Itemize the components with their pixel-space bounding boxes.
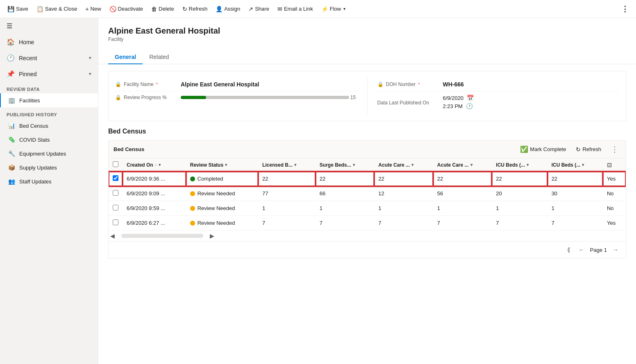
- toolbar-more-button[interactable]: ⋮: [617, 2, 633, 16]
- row-checkbox-1[interactable]: [113, 190, 118, 196]
- table-horizontal-scrollbar[interactable]: [121, 234, 203, 238]
- review-progress-field: 🔒 Review Progress % 15: [115, 91, 357, 104]
- row-licensed-beds-1: 77: [258, 186, 316, 201]
- progress-bar-background: [181, 96, 349, 99]
- table-header-icu-beds-1[interactable]: ICU Beds (... ▾: [492, 158, 547, 172]
- bed-census-icon: 📊: [8, 122, 15, 129]
- page-prev-button[interactable]: ←: [576, 245, 587, 255]
- table-header-surge-beds[interactable]: Surge Beds... ▾: [316, 158, 374, 172]
- assign-button[interactable]: 👤 Assign: [211, 3, 244, 15]
- sidebar-item-staff-updates[interactable]: 👥 Staff Updates: [0, 174, 98, 188]
- sidebar-item-bed-census[interactable]: 📊 Bed Census: [0, 119, 98, 133]
- row-icu-beds-2-1: 30: [547, 186, 603, 201]
- flow-icon: ⚡: [321, 6, 328, 12]
- scroll-right-arrow[interactable]: ▶: [208, 233, 216, 239]
- table-header-created-on[interactable]: Created On ↓ ▾: [123, 158, 186, 172]
- review-data-section-label: Review Data: [0, 82, 98, 93]
- tab-related[interactable]: Related: [143, 50, 175, 64]
- row-acute-care-1-0: 22: [374, 172, 433, 186]
- table-row[interactable]: 6/9/2020 8:59 ... Review Needed 111111No: [109, 201, 626, 216]
- refresh-button[interactable]: ↻ Refresh: [178, 3, 212, 15]
- calendar-icon[interactable]: 📅: [467, 95, 474, 101]
- save-icon: 💾: [7, 6, 14, 12]
- mark-complete-button[interactable]: ✅ Mark Complete: [518, 144, 568, 155]
- row-acute-care-2-2: 1: [433, 201, 492, 216]
- row-licensed-beds-3: 7: [258, 216, 316, 231]
- save-close-button[interactable]: 📋 Save & Close: [32, 3, 82, 15]
- row-check-2[interactable]: [109, 201, 123, 216]
- published-history-section-label: Published History: [0, 107, 98, 119]
- row-acute-care-1-1: 12: [374, 186, 433, 201]
- table-header-acute-care-1[interactable]: Acute Care ... ▾: [374, 158, 433, 172]
- row-review-status-3: Review Needed: [186, 216, 258, 231]
- page-first-button[interactable]: ⟪: [565, 245, 573, 255]
- new-button[interactable]: + New: [81, 3, 105, 15]
- bed-census-subtitle: Bed Census: [114, 146, 518, 152]
- sidebar-item-facilities[interactable]: 🏢 Facilities: [0, 93, 98, 107]
- bed-census-refresh-button[interactable]: ↻ Refresh: [573, 145, 604, 154]
- published-date-field: Data Last Published On 6/9/2020 📅 2:23 P…: [377, 91, 620, 114]
- select-all-checkbox[interactable]: [113, 161, 118, 167]
- lock-icon-doh: 🔒: [377, 81, 384, 87]
- row-checkbox-3[interactable]: [113, 219, 118, 225]
- save-button[interactable]: 💾 Save: [3, 3, 32, 15]
- table-scroll-container: Created On ↓ ▾ Review Status ▾: [109, 158, 626, 231]
- row-surge-beds-3: 7: [316, 216, 374, 231]
- table-row[interactable]: 6/9/2020 9:09 ... Review Needed 77661256…: [109, 186, 626, 201]
- chevron-icon-acute-care-2: ▾: [470, 163, 472, 167]
- doh-number-value[interactable]: WH-666: [443, 81, 620, 88]
- save-close-icon: 📋: [36, 6, 43, 12]
- chevron-icon-licensed-beds: ▾: [294, 163, 296, 167]
- deactivate-button[interactable]: 🚫 Deactivate: [105, 3, 147, 15]
- content-area: Alpine East General Hospital Facility Ge…: [98, 18, 636, 364]
- flow-button[interactable]: ⚡ Flow ▾: [317, 3, 350, 15]
- row-checkbox-0[interactable]: [113, 175, 118, 181]
- required-star-facility: *: [156, 82, 158, 87]
- row-surge-beds-1: 66: [316, 186, 374, 201]
- supply-icon: 📦: [8, 164, 15, 171]
- sidebar-item-covid-stats[interactable]: 🦠 COVID Stats: [0, 133, 98, 147]
- table-row[interactable]: 6/9/2020 9:36 ... Completed 222222222222…: [109, 172, 626, 186]
- hamburger-icon[interactable]: ☰: [7, 22, 12, 30]
- page-next-button[interactable]: →: [610, 245, 621, 255]
- table-header-icu-beds-2[interactable]: ICU Beds (... ▾: [547, 158, 603, 172]
- table-header-review-status[interactable]: Review Status ▾: [186, 158, 258, 172]
- bed-census-actions: ✅ Mark Complete ↻ Refresh ⋮: [518, 144, 621, 155]
- scroll-left-arrow[interactable]: ◀: [109, 233, 116, 239]
- page-title: Alpine East General Hospital: [108, 26, 626, 36]
- sidebar-item-equipment-updates[interactable]: 🔧 Equipment Updates: [0, 147, 98, 161]
- tab-general[interactable]: General: [108, 50, 143, 64]
- share-icon: ↗: [248, 6, 253, 12]
- main-layout: ☰ 🏠 Home 🕐 Recent ▾ 📌 Pinned ▾ Review Da…: [0, 18, 636, 364]
- lock-icon-progress: 🔒: [115, 95, 121, 100]
- row-icu-beds-2-2: 1: [547, 201, 603, 216]
- published-date-value: 6/9/2020: [443, 95, 464, 101]
- delete-button[interactable]: 🗑 Delete: [147, 3, 178, 15]
- email-link-button[interactable]: ✉ Email a Link: [273, 3, 317, 15]
- table-row[interactable]: 6/9/2020 6:27 ... Review Needed 777777Ye…: [109, 216, 626, 231]
- sidebar-item-pinned[interactable]: 📌 Pinned ▾: [0, 66, 98, 82]
- sidebar-item-recent[interactable]: 🕐 Recent ▾: [0, 50, 98, 66]
- table-header-check[interactable]: [109, 158, 123, 172]
- row-check-1[interactable]: [109, 186, 123, 201]
- row-acute-care-2-0: 22: [433, 172, 492, 186]
- table-header-licensed-beds[interactable]: Licensed B... ▾: [258, 158, 316, 172]
- row-acute-care-2-3: 7: [433, 216, 492, 231]
- sidebar-item-supply-updates[interactable]: 📦 Supply Updates: [0, 161, 98, 174]
- table-header-extra[interactable]: ⊡: [603, 158, 626, 172]
- covid-stats-icon: 🦠: [8, 136, 15, 143]
- row-check-0[interactable]: [109, 172, 123, 186]
- row-check-3[interactable]: [109, 216, 123, 231]
- table-header-acute-care-2[interactable]: Acute Care ... ▾: [433, 158, 492, 172]
- row-review-status-1: Review Needed: [186, 186, 258, 201]
- row-icu-beds-1-1: 20: [492, 186, 547, 201]
- bed-census-more-button[interactable]: ⋮: [609, 144, 621, 155]
- sidebar-item-home[interactable]: 🏠 Home: [0, 34, 98, 50]
- facility-name-value[interactable]: Alpine East General Hospital: [181, 81, 357, 88]
- row-checkbox-2[interactable]: [113, 205, 118, 210]
- required-star-doh: *: [418, 82, 420, 87]
- chevron-icon-acute-care-1: ▾: [411, 163, 413, 167]
- clock-icon[interactable]: 🕐: [466, 103, 473, 109]
- share-button[interactable]: ↗ Share: [244, 3, 273, 15]
- row-created-on-1: 6/9/2020 9:09 ...: [123, 186, 186, 201]
